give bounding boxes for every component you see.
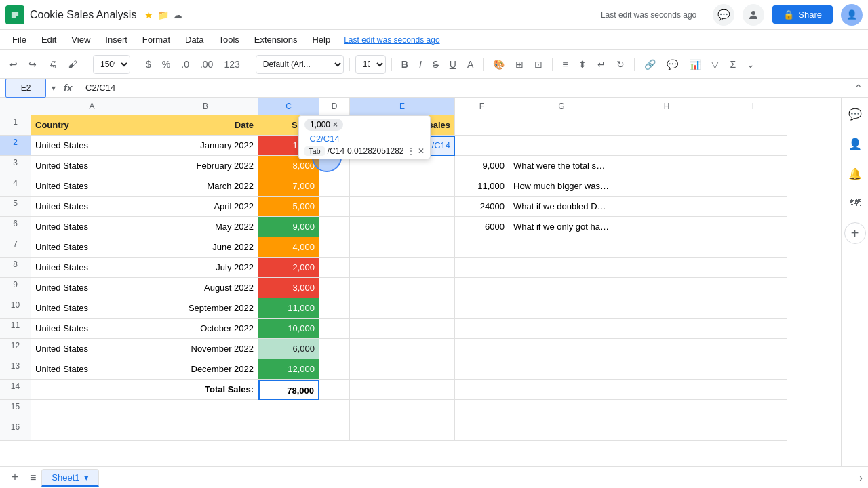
cell-e7[interactable] bbox=[350, 237, 455, 258]
star-icon[interactable]: ★ bbox=[144, 9, 153, 20]
borders-button[interactable]: ⊞ bbox=[511, 56, 528, 73]
cell-a16[interactable] bbox=[31, 420, 153, 441]
cell-i8[interactable] bbox=[719, 258, 787, 278]
col-header-c[interactable]: C bbox=[258, 98, 319, 115]
col-header-h[interactable]: H bbox=[614, 98, 719, 115]
col-header-g[interactable]: G bbox=[509, 98, 614, 115]
cell-h4[interactable] bbox=[614, 176, 719, 197]
cell-i12[interactable] bbox=[719, 339, 787, 359]
cell-d7[interactable] bbox=[319, 237, 350, 258]
cell-e8[interactable] bbox=[350, 258, 455, 278]
menu-tools[interactable]: Tools bbox=[212, 32, 245, 47]
formula-input[interactable] bbox=[80, 83, 849, 93]
cell-d6[interactable] bbox=[319, 217, 350, 237]
valign-button[interactable]: ⬍ bbox=[574, 56, 591, 73]
cell-c15[interactable] bbox=[258, 400, 319, 420]
cell-f10[interactable] bbox=[455, 298, 509, 319]
side-add-icon[interactable]: + bbox=[844, 222, 866, 244]
cell-g4[interactable]: How much bigger was Dec compared to Jan bbox=[509, 176, 614, 197]
cell-c16[interactable] bbox=[258, 420, 319, 441]
cell-e9[interactable] bbox=[350, 278, 455, 298]
font-size-select[interactable]: 10 12 14 bbox=[355, 55, 386, 74]
cell-b9[interactable]: August 2022 bbox=[153, 278, 258, 298]
cell-d16[interactable] bbox=[319, 420, 350, 441]
currency-button[interactable]: $ bbox=[142, 56, 155, 73]
col-header-d[interactable]: D bbox=[319, 98, 350, 115]
sheet-dropdown-icon[interactable]: ▾ bbox=[84, 472, 89, 483]
menu-edit[interactable]: Edit bbox=[35, 32, 63, 47]
sheet-tab-sheet1[interactable]: Sheet1 ▾ bbox=[41, 469, 98, 487]
cell-a8[interactable]: United States bbox=[31, 258, 153, 278]
cell-f15[interactable] bbox=[455, 400, 509, 420]
italic-button[interactable]: I bbox=[415, 56, 426, 73]
cell-g7[interactable] bbox=[509, 237, 614, 258]
format-123-button[interactable]: 123 bbox=[220, 56, 243, 73]
more-button[interactable]: ⌄ bbox=[743, 56, 759, 73]
formula-bar-expand[interactable]: ⌃ bbox=[854, 83, 863, 94]
row-header-7[interactable]: 7 bbox=[0, 237, 31, 258]
cell-g12[interactable] bbox=[509, 339, 614, 359]
cell-c6[interactable]: 9,000 bbox=[258, 217, 319, 237]
redo-button[interactable]: ↪ bbox=[24, 56, 41, 73]
add-sheet-button[interactable]: + bbox=[5, 468, 24, 487]
cell-g14[interactable] bbox=[509, 380, 614, 400]
filter-button[interactable]: ▽ bbox=[707, 56, 723, 73]
cell-e10[interactable] bbox=[350, 298, 455, 319]
row-header-9[interactable]: 9 bbox=[0, 278, 31, 298]
col-header-i[interactable]: I bbox=[719, 98, 787, 115]
menu-format[interactable]: Format bbox=[136, 32, 177, 47]
cell-a4[interactable]: United States bbox=[31, 176, 153, 197]
chart-button[interactable]: 📊 bbox=[685, 56, 705, 73]
link-button[interactable]: 🔗 bbox=[640, 56, 660, 73]
row-header-8[interactable]: 8 bbox=[0, 258, 31, 278]
cell-e14[interactable] bbox=[350, 380, 455, 400]
cell-b14[interactable]: Total Sales: bbox=[153, 380, 258, 400]
cell-a14[interactable] bbox=[31, 380, 153, 400]
cloud-icon[interactable]: ☁ bbox=[173, 9, 182, 20]
cell-i10[interactable] bbox=[719, 298, 787, 319]
cell-c5[interactable]: 5,000 bbox=[258, 197, 319, 217]
cell-h12[interactable] bbox=[614, 339, 719, 359]
menu-file[interactable]: File bbox=[5, 32, 33, 47]
popup-kebab-menu[interactable]: ⋮ bbox=[407, 146, 415, 156]
cell-c11[interactable]: 10,000 bbox=[258, 319, 319, 339]
cell-f4[interactable]: 11,000 bbox=[455, 176, 509, 197]
cell-g11[interactable] bbox=[509, 319, 614, 339]
cell-h9[interactable] bbox=[614, 278, 719, 298]
comment-icon[interactable]: 💬 bbox=[713, 4, 734, 26]
cell-h1[interactable] bbox=[614, 115, 719, 136]
row-header-10[interactable]: 10 bbox=[0, 298, 31, 319]
cell-f9[interactable] bbox=[455, 278, 509, 298]
cell-f6[interactable]: 6000 bbox=[455, 217, 509, 237]
cell-a5[interactable]: United States bbox=[31, 197, 153, 217]
cell-h5[interactable] bbox=[614, 197, 719, 217]
row-header-16[interactable]: 16 bbox=[0, 420, 31, 441]
folder-icon[interactable]: 📁 bbox=[157, 9, 169, 20]
cell-f2[interactable] bbox=[455, 136, 509, 156]
cell-i15[interactable] bbox=[719, 400, 787, 420]
font-family-select[interactable]: Default (Ari... Arial Times New Roman bbox=[256, 55, 344, 74]
cell-a2[interactable]: United States bbox=[31, 136, 153, 156]
cell-b6[interactable]: May 2022 bbox=[153, 217, 258, 237]
rotate-button[interactable]: ↻ bbox=[612, 56, 629, 73]
cell-i2[interactable] bbox=[719, 136, 787, 156]
cell-i11[interactable] bbox=[719, 319, 787, 339]
cell-h16[interactable] bbox=[614, 420, 719, 441]
cell-i5[interactable] bbox=[719, 197, 787, 217]
cell-f5[interactable]: 24000 bbox=[455, 197, 509, 217]
cell-g9[interactable] bbox=[509, 278, 614, 298]
row-header-3[interactable]: 3 bbox=[0, 156, 31, 176]
cell-b12[interactable]: November 2022 bbox=[153, 339, 258, 359]
cell-c7[interactable]: 4,000 bbox=[258, 237, 319, 258]
cell-f16[interactable] bbox=[455, 420, 509, 441]
bold-button[interactable]: B bbox=[397, 56, 412, 73]
cell-f3[interactable]: 9,000 bbox=[455, 156, 509, 176]
underline-button[interactable]: U bbox=[446, 56, 460, 73]
text-color-button[interactable]: A bbox=[463, 56, 477, 73]
cell-f11[interactable] bbox=[455, 319, 509, 339]
side-notification-icon[interactable]: 🔔 bbox=[844, 163, 866, 184]
cell-f1[interactable] bbox=[455, 115, 509, 136]
cell-c4[interactable]: 7,000 bbox=[258, 176, 319, 197]
cell-b8[interactable]: July 2022 bbox=[153, 258, 258, 278]
cell-h10[interactable] bbox=[614, 298, 719, 319]
